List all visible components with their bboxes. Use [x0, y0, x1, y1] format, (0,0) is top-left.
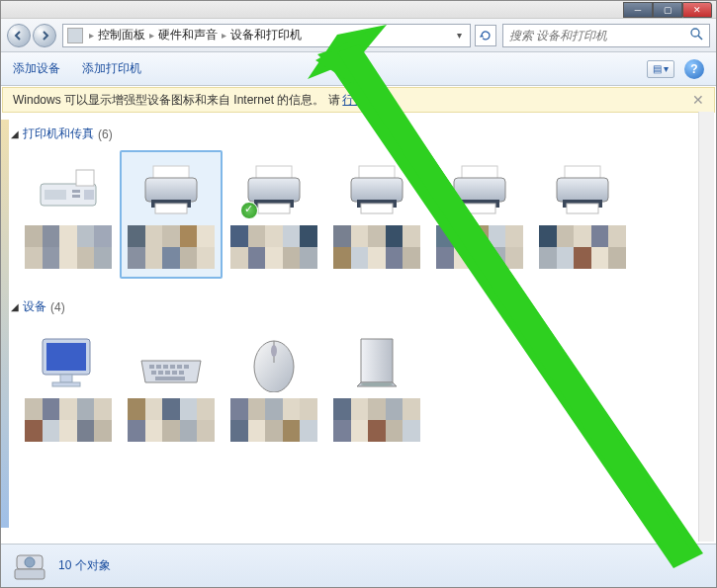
device-item[interactable]	[223, 323, 325, 452]
breadcrumb: ▸ 控制面板 ▸ 硬件和声音 ▸ 设备和打印机	[89, 27, 452, 43]
label-blur	[128, 225, 215, 269]
info-close-button[interactable]: ✕	[692, 92, 704, 108]
svg-rect-3	[76, 170, 94, 186]
label-blur	[25, 398, 112, 442]
svg-rect-13	[248, 178, 300, 202]
label-blur	[436, 225, 523, 269]
refresh-button[interactable]	[475, 25, 496, 46]
svg-rect-27	[567, 204, 598, 213]
view-options-button[interactable]: ▤ ▾	[647, 60, 674, 78]
svg-rect-11	[155, 204, 187, 213]
svg-point-49	[25, 557, 35, 567]
address-dropdown[interactable]: ▾	[452, 30, 466, 41]
mouse-icon	[238, 331, 310, 394]
search-input[interactable]	[509, 29, 689, 42]
status-icon	[13, 551, 46, 581]
svg-rect-40	[165, 371, 170, 375]
device-item[interactable]	[17, 323, 120, 452]
svg-line-1	[698, 36, 702, 40]
search-box[interactable]	[502, 24, 710, 47]
collapse-arrow-icon: ◢	[11, 301, 19, 312]
collapse-arrow-icon: ◢	[11, 128, 19, 139]
printers-title: 打印机和传真	[23, 126, 94, 142]
breadcrumb-hardware-sound[interactable]: 硬件和声音	[154, 27, 222, 43]
nav-buttons	[7, 24, 56, 47]
left-edge-decor	[1, 120, 9, 528]
back-button[interactable]	[7, 24, 31, 47]
navigation-bar: ▸ 控制面板 ▸ 硬件和声音 ▸ 设备和打印机 ▾	[1, 19, 716, 52]
label-blur	[230, 398, 317, 442]
devices-section-header[interactable]: ◢ 设备 (4)	[1, 294, 716, 319]
forward-button[interactable]	[33, 24, 56, 47]
printers-grid	[1, 146, 716, 294]
svg-rect-15	[258, 204, 290, 213]
svg-rect-25	[557, 178, 608, 202]
device-item[interactable]	[428, 150, 531, 279]
window-controls: ─ ▢ ✕	[623, 2, 712, 18]
address-bar[interactable]: ▸ 控制面板 ▸ 硬件和声音 ▸ 设备和打印机 ▾	[62, 24, 471, 47]
svg-rect-9	[145, 178, 197, 202]
svg-point-0	[691, 29, 699, 37]
label-blur	[539, 225, 626, 269]
info-text: Windows 可以显示增强型设备图标和来自 Internet 的信息。	[13, 92, 324, 109]
device-item[interactable]	[120, 150, 223, 279]
keyboard-icon	[135, 331, 207, 394]
printer-icon	[238, 158, 310, 221]
device-item[interactable]	[223, 150, 325, 279]
printer-icon	[444, 158, 515, 221]
printer-icon	[547, 158, 618, 221]
svg-rect-4	[45, 190, 66, 200]
device-item[interactable]	[325, 323, 428, 452]
svg-rect-50	[15, 569, 45, 579]
label-blur	[128, 398, 215, 442]
titlebar: ─ ▢ ✕	[1, 1, 716, 19]
device-item[interactable]	[531, 150, 634, 279]
device-item[interactable]	[120, 323, 223, 452]
printer-icon	[135, 158, 207, 221]
svg-rect-6	[72, 195, 80, 198]
printers-count: (6)	[98, 127, 113, 141]
svg-rect-37	[184, 365, 189, 369]
maximize-button[interactable]: ▢	[653, 2, 682, 18]
svg-rect-33	[156, 365, 161, 369]
devices-grid	[1, 319, 716, 467]
default-check-icon	[240, 202, 258, 219]
toolbar: 添加设备 添加打印机 ▤ ▾ ?	[1, 52, 716, 86]
search-icon[interactable]	[689, 27, 703, 44]
info-text-gap: 请	[328, 92, 340, 109]
svg-rect-19	[361, 204, 393, 213]
breadcrumb-devices-printers[interactable]: 设备和打印机	[226, 27, 306, 43]
add-device-link[interactable]: 添加设备	[13, 60, 60, 77]
svg-rect-29	[46, 343, 86, 371]
svg-rect-42	[179, 371, 184, 375]
explorer-window: ─ ▢ ✕ ▸ 控制面板 ▸ 硬件和声音 ▸ 设备和打印机 ▾	[0, 0, 717, 588]
device-item[interactable]	[17, 150, 120, 279]
svg-rect-43	[155, 377, 185, 380]
fax-icon	[33, 158, 104, 221]
minimize-button[interactable]: ─	[623, 2, 653, 18]
vertical-scrollbar[interactable]	[698, 112, 714, 542]
breadcrumb-control-panel[interactable]: 控制面板	[94, 27, 149, 43]
svg-rect-39	[158, 371, 163, 375]
status-bar: 10 个对象	[1, 544, 716, 587]
svg-rect-30	[60, 375, 72, 382]
svg-rect-34	[163, 365, 168, 369]
devices-count: (4)	[50, 300, 65, 314]
add-printer-link[interactable]: 添加打印机	[82, 60, 141, 77]
svg-rect-5	[72, 190, 80, 193]
label-blur	[333, 225, 420, 269]
help-button[interactable]: ?	[684, 59, 704, 79]
svg-rect-35	[170, 365, 175, 369]
device-item[interactable]	[325, 150, 428, 279]
svg-rect-41	[172, 371, 177, 375]
printer-icon	[341, 158, 412, 221]
location-icon	[67, 28, 83, 43]
svg-point-47	[361, 382, 393, 386]
info-link[interactable]: 行更改...	[342, 92, 388, 109]
content-area: ◢ 打印机和传真 (6)	[1, 114, 716, 529]
svg-rect-21	[454, 178, 505, 202]
printers-section-header[interactable]: ◢ 打印机和传真 (6)	[1, 122, 716, 146]
status-text: 10 个对象	[58, 557, 111, 574]
svg-point-46	[271, 345, 277, 357]
close-button[interactable]: ✕	[682, 2, 712, 18]
